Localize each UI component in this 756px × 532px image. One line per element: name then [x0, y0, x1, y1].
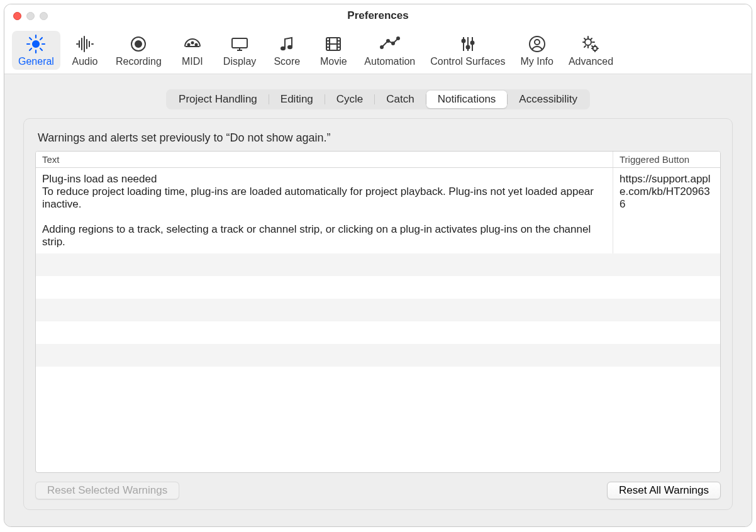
table-row[interactable]: [36, 367, 720, 389]
titlebar: Preferences: [4, 4, 752, 27]
toolbar-item-advanced[interactable]: Advanced: [562, 31, 620, 70]
column-header-text[interactable]: Text: [36, 152, 613, 167]
button-row: Reset Selected Warnings Reset All Warnin…: [35, 482, 721, 499]
zoom-window-button[interactable]: [40, 12, 48, 20]
notifications-panel: Warnings and alerts set previously to “D…: [23, 118, 733, 510]
table-row[interactable]: [36, 344, 720, 367]
toolbar-label: Score: [274, 56, 300, 67]
toolbar-label: MIDI: [182, 56, 203, 67]
automation-curve-icon: [379, 33, 401, 55]
toolbar-label: Movie: [320, 56, 347, 67]
warnings-table[interactable]: Text Triggered Button Plug-ins load as n…: [35, 151, 721, 473]
tab-accessibility[interactable]: Accessibility: [508, 91, 589, 108]
tab-editing[interactable]: Editing: [269, 91, 325, 108]
gears-icon: [580, 33, 601, 55]
svg-point-14: [462, 40, 465, 43]
reset-selected-warnings-button[interactable]: Reset Selected Warnings: [35, 482, 179, 499]
svg-point-10: [381, 46, 383, 48]
toolbar-item-score[interactable]: Score: [265, 31, 309, 70]
sliders-icon: [457, 33, 479, 55]
table-row[interactable]: [36, 276, 720, 299]
close-window-button[interactable]: [13, 12, 21, 20]
content-area: Project Handling Editing Cycle Catch Not…: [4, 74, 752, 526]
table-row[interactable]: [36, 299, 720, 321]
svg-point-3: [187, 44, 189, 46]
toolbar-item-movie[interactable]: Movie: [311, 31, 355, 70]
tab-notifications[interactable]: Notifications: [426, 91, 508, 108]
svg-point-5: [195, 44, 197, 46]
svg-point-12: [392, 42, 394, 45]
toolbar-item-my-info[interactable]: My Info: [514, 31, 559, 70]
toolbar-item-audio[interactable]: Audio: [63, 31, 107, 70]
toolbar-item-display[interactable]: Display: [217, 31, 262, 70]
preferences-toolbar: General Audio Recording: [4, 27, 752, 74]
display-icon: [229, 33, 250, 55]
person-circle-icon: [526, 33, 548, 55]
music-notes-icon: [276, 33, 297, 55]
toolbar-label: General: [18, 56, 54, 67]
toolbar-item-general[interactable]: General: [12, 31, 60, 70]
toolbar-label: Automation: [364, 56, 415, 67]
svg-point-15: [466, 46, 469, 49]
gear-icon: [25, 33, 47, 55]
svg-point-18: [535, 40, 540, 45]
general-subtabs: Project Handling Editing Cycle Catch Not…: [166, 89, 590, 109]
toolbar-label: Advanced: [569, 56, 613, 67]
svg-rect-6: [232, 38, 247, 48]
table-body[interactable]: Plug-ins load as needed To reduce projec…: [36, 168, 720, 472]
toolbar-label: Recording: [116, 56, 162, 67]
svg-point-16: [470, 42, 474, 45]
midi-port-icon: [182, 33, 203, 55]
window-title: Preferences: [4, 9, 752, 22]
toolbar-item-automation[interactable]: Automation: [358, 31, 421, 70]
svg-point-11: [387, 40, 389, 42]
preferences-window: Preferences General Audio: [4, 4, 752, 527]
svg-point-0: [33, 41, 39, 47]
waveform-icon: [74, 33, 96, 55]
svg-point-2: [135, 41, 142, 47]
film-icon: [323, 33, 344, 55]
tab-catch[interactable]: Catch: [375, 91, 425, 108]
minimize-window-button[interactable]: [26, 12, 35, 20]
table-row[interactable]: Plug-ins load as needed To reduce projec…: [36, 168, 720, 253]
toolbar-item-midi[interactable]: MIDI: [170, 31, 214, 70]
svg-point-4: [191, 42, 193, 44]
svg-point-13: [397, 37, 399, 40]
toolbar-label: Display: [223, 56, 256, 67]
cell-triggered: https://support.apple.com/kb/HT209636: [613, 168, 720, 253]
tab-cycle[interactable]: Cycle: [325, 91, 375, 108]
reset-all-warnings-button[interactable]: Reset All Warnings: [607, 482, 721, 499]
toolbar-label: Audio: [72, 56, 97, 67]
record-icon: [128, 33, 149, 55]
toolbar-item-control-surfaces[interactable]: Control Surfaces: [424, 31, 511, 70]
cell-text: Plug-ins load as needed To reduce projec…: [36, 168, 613, 253]
toolbar-item-recording[interactable]: Recording: [109, 31, 168, 70]
toolbar-label: My Info: [520, 56, 553, 67]
window-controls: [13, 12, 48, 20]
toolbar-label: Control Surfaces: [430, 56, 505, 67]
table-row[interactable]: [36, 253, 720, 276]
tab-project-handling[interactable]: Project Handling: [167, 91, 269, 108]
table-row[interactable]: [36, 321, 720, 344]
column-header-triggered[interactable]: Triggered Button: [613, 152, 720, 167]
table-header: Text Triggered Button: [36, 152, 720, 168]
panel-description: Warnings and alerts set previously to “D…: [38, 131, 721, 145]
